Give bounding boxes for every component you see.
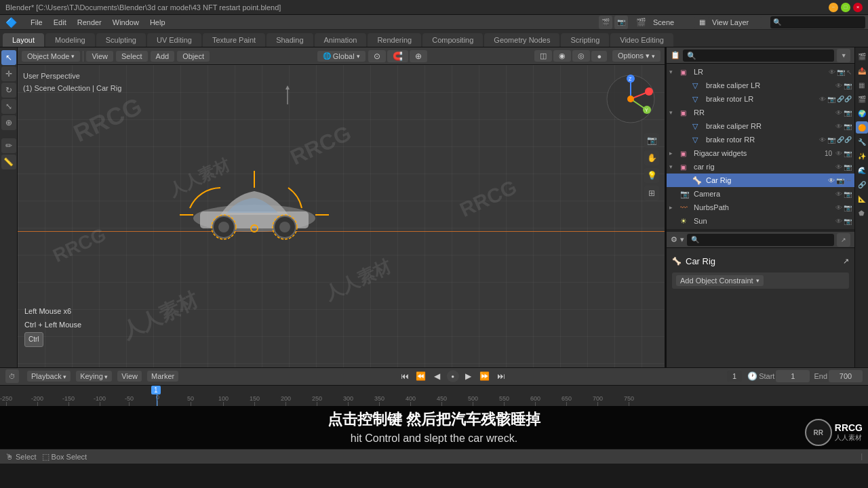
render-brl[interactable]: 📷	[827, 96, 835, 103]
props-tab-particles[interactable]: ✨	[856, 150, 868, 162]
keying-dropdown[interactable]: Keying	[76, 371, 112, 382]
viewport-shading-wire[interactable]: ◫	[534, 50, 552, 62]
tab-compositing[interactable]: Compositing	[422, 33, 483, 47]
vis-rr[interactable]: 👁	[835, 109, 842, 117]
move-tool[interactable]: ✛	[1, 66, 16, 81]
outliner-item-brake-rotor-rr[interactable]: ▽ brake rotor RR 👁 📷 🔗🔗	[667, 133, 854, 146]
outliner-item-brake-rotor-lr[interactable]: ▽ brake rotor LR 👁 📷 🔗🔗	[667, 92, 854, 106]
vis-bcl[interactable]: 👁	[835, 82, 842, 89]
options-dropdown[interactable]: Options ▾	[612, 50, 660, 62]
render-brrr[interactable]: 📷	[827, 136, 835, 144]
tab-scripting[interactable]: Scripting	[561, 33, 609, 47]
props-tab-scene[interactable]: 🎬	[856, 93, 868, 105]
outliner-item-nurbspath[interactable]: ▸ 〰 NurbsPath 👁 📷	[667, 201, 854, 214]
extra-brrr[interactable]: 🔗🔗	[837, 136, 852, 144]
3d-viewport[interactable]: RRCG 人人素材 RRCG 人人素材 RRCG 人人素材 RRCG User …	[18, 65, 665, 367]
add-menu[interactable]: Add	[151, 51, 175, 62]
camera-gizmo[interactable]: 📷	[644, 133, 659, 148]
tab-rendering[interactable]: Rendering	[368, 33, 421, 47]
play-indicator[interactable]: ●	[447, 370, 459, 382]
menu-help[interactable]: Help	[144, 17, 171, 28]
tab-texture-paint[interactable]: Texture Paint	[203, 33, 265, 47]
props-tab-world[interactable]: 🌍	[856, 107, 868, 119]
render-cr[interactable]: 📷	[844, 163, 852, 171]
props-tab-view-layer[interactable]: ▦	[856, 79, 868, 91]
tab-layout[interactable]: Layout	[3, 33, 44, 47]
props-tab-render[interactable]: 🎬	[856, 50, 868, 62]
rotate-tool[interactable]: ↻	[1, 83, 16, 98]
view-menu[interactable]: View	[86, 51, 113, 62]
menu-render[interactable]: Render	[72, 17, 107, 28]
props-tab-physics[interactable]: 🌊	[856, 164, 868, 176]
visibility-icon-lr[interactable]: 👁	[829, 68, 835, 76]
tab-animation[interactable]: Animation	[315, 33, 367, 47]
props-settings[interactable]: ↗	[837, 233, 850, 247]
global-search[interactable]	[781, 18, 863, 26]
tab-sculpting[interactable]: Sculpting	[96, 33, 146, 47]
tab-geometry-nodes[interactable]: Geometry Nodes	[484, 33, 559, 47]
view-layer-input[interactable]	[708, 17, 762, 28]
playhead[interactable]: 1	[157, 386, 157, 406]
vis-rigacar[interactable]: 👁	[835, 150, 842, 157]
tab-video-editing[interactable]: Video Editing	[610, 33, 673, 47]
render-rr[interactable]: 📷	[844, 109, 852, 117]
prev-frame-btn[interactable]: ◀	[431, 369, 444, 383]
snap-btn[interactable]: 🧲	[387, 50, 408, 62]
outliner-item-brake-caliper-rr[interactable]: ▽ brake caliper RR 👁 📷	[667, 119, 854, 133]
jump-end-btn[interactable]: ⏭	[494, 369, 508, 383]
scene-input[interactable]	[649, 17, 696, 28]
lamp-gizmo[interactable]: 💡	[644, 168, 659, 183]
vis-sun[interactable]: 👁	[835, 218, 842, 225]
render-btn2[interactable]: 📷	[614, 16, 628, 29]
minimize-button[interactable]: −	[829, 3, 838, 12]
props-tab-modifier[interactable]: 🔧	[856, 136, 868, 148]
props-tab-data[interactable]: 📐	[856, 192, 868, 205]
viewport-shading-material[interactable]: ◎	[572, 50, 590, 62]
outliner-item-car-rig-collection[interactable]: ▾ ▣ car rig 👁 📷	[667, 160, 854, 174]
render-car-rig[interactable]: 📷	[836, 177, 844, 184]
select-status[interactable]: 🖱 Select	[5, 452, 37, 462]
cursor-gizmo[interactable]: ✋	[644, 150, 659, 165]
props-link-icon[interactable]: ↗	[843, 257, 849, 266]
render-rigacar[interactable]: 📷	[844, 150, 852, 157]
viewport-shading-render[interactable]: ●	[591, 51, 607, 62]
tab-modeling[interactable]: Modeling	[45, 33, 95, 47]
render-camera[interactable]: 📷	[844, 190, 852, 198]
timeline-icon[interactable]: ⏱	[5, 369, 19, 383]
scrubber[interactable]: -250 -200 -150 -100 -50 0	[0, 386, 868, 406]
vis-brrr[interactable]: 👁	[819, 136, 826, 144]
pivot-btn[interactable]: ⊙	[368, 50, 386, 62]
transform-tool[interactable]: ⊕	[1, 115, 16, 130]
outliner-item-lr[interactable]: ▾ ▣ LR 👁 📷 ↖	[667, 65, 854, 79]
play-btn[interactable]: ▶	[462, 369, 475, 383]
extra-car-rig[interactable]: ↔	[846, 177, 852, 184]
select-icon-lr[interactable]: ↖	[846, 68, 852, 76]
select-menu[interactable]: Select	[116, 51, 148, 62]
props-tab-constraints[interactable]: 🔗	[856, 178, 868, 190]
menu-window[interactable]: Window	[107, 17, 144, 28]
menu-file[interactable]: File	[25, 17, 48, 28]
marker-menu-tl[interactable]: Marker	[147, 371, 178, 382]
maximize-button[interactable]: □	[841, 3, 850, 12]
outliner-item-rigacar[interactable]: ▸ ▣ Rigacar widgets 10 👁 📷	[667, 146, 854, 160]
grid-gizmo[interactable]: ⊞	[644, 186, 659, 201]
object-mode-dropdown[interactable]: Object Mode	[22, 51, 80, 62]
end-val[interactable]: 700	[829, 370, 863, 382]
render-icon-lr[interactable]: 📷	[837, 68, 845, 76]
props-tab-output[interactable]: 📤	[856, 64, 868, 77]
start-val[interactable]: 1	[776, 370, 810, 382]
view-menu-tl[interactable]: View	[117, 371, 142, 382]
annotate-tool[interactable]: ✏	[1, 138, 16, 153]
outliner-item-brake-caliper-lr[interactable]: ▽ brake caliper LR 👁 📷	[667, 79, 854, 92]
transform-orientation[interactable]: 🌐 Global	[317, 51, 366, 62]
tab-shading[interactable]: Shading	[267, 33, 313, 47]
outliner-filter[interactable]: ▼	[837, 49, 850, 62]
vis-brl[interactable]: 👁	[819, 96, 826, 103]
render-nurbs[interactable]: 📷	[844, 204, 852, 211]
render-sun[interactable]: 📷	[844, 218, 852, 225]
constraint-dropdown[interactable]: Add Object Constraint	[676, 275, 764, 286]
playback-dropdown[interactable]: Playback	[27, 371, 71, 382]
prev-keyframe-btn[interactable]: ⏪	[414, 369, 428, 383]
vis-cr[interactable]: 👁	[835, 163, 842, 171]
vis-camera[interactable]: 👁	[835, 190, 842, 198]
